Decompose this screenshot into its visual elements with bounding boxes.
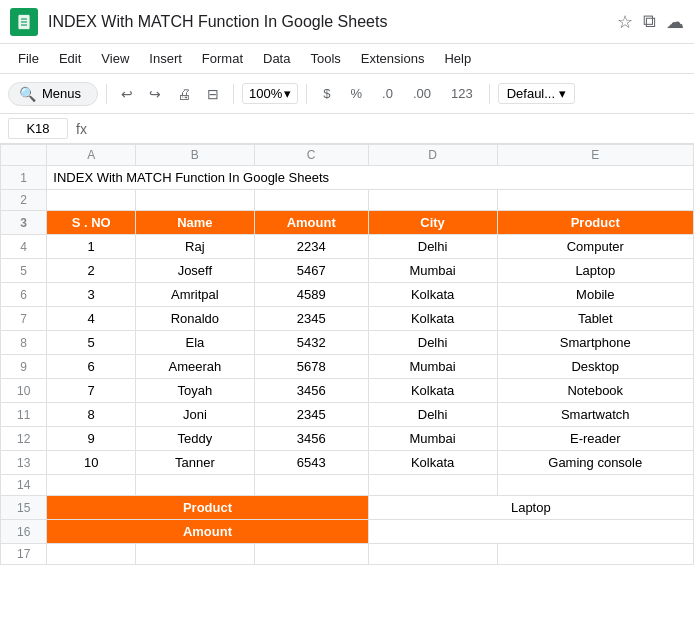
menu-insert[interactable]: Insert <box>141 48 190 69</box>
cell-d17[interactable] <box>368 544 497 565</box>
menu-edit[interactable]: Edit <box>51 48 89 69</box>
cell-c14[interactable] <box>254 475 368 496</box>
header-amount[interactable]: Amount <box>254 211 368 235</box>
cell-sno[interactable]: 10 <box>47 451 136 475</box>
cell-name[interactable]: Tanner <box>135 451 254 475</box>
menu-file[interactable]: File <box>10 48 47 69</box>
menu-tools[interactable]: Tools <box>302 48 348 69</box>
cell-sno[interactable]: 3 <box>47 283 136 307</box>
cell-product[interactable]: Computer <box>497 235 693 259</box>
cell-name[interactable]: Ameerah <box>135 355 254 379</box>
cell-sno[interactable]: 5 <box>47 331 136 355</box>
cell-d14[interactable] <box>368 475 497 496</box>
cell-product[interactable]: Desktop <box>497 355 693 379</box>
number-format[interactable]: 123 <box>443 83 481 104</box>
header-product[interactable]: Product <box>497 211 693 235</box>
cell-b2[interactable] <box>135 190 254 211</box>
col-header-a[interactable]: A <box>47 145 136 166</box>
cell-name[interactable]: Toyah <box>135 379 254 403</box>
star-icon[interactable]: ☆ <box>617 11 633 33</box>
cell-sno[interactable]: 7 <box>47 379 136 403</box>
header-city[interactable]: City <box>368 211 497 235</box>
header-sno[interactable]: S . NO <box>47 211 136 235</box>
cell-amount[interactable]: 3456 <box>254 379 368 403</box>
header-name[interactable]: Name <box>135 211 254 235</box>
col-header-d[interactable]: D <box>368 145 497 166</box>
cloud-icon[interactable]: ☁ <box>666 11 684 33</box>
cell-city[interactable]: Mumbai <box>368 427 497 451</box>
cell-sno[interactable]: 4 <box>47 307 136 331</box>
col-header-c[interactable]: C <box>254 145 368 166</box>
cell-product[interactable]: Smartphone <box>497 331 693 355</box>
cell-b17[interactable] <box>135 544 254 565</box>
cell-b14[interactable] <box>135 475 254 496</box>
cell-amount[interactable]: 2234 <box>254 235 368 259</box>
cell-e17[interactable] <box>497 544 693 565</box>
cell-product[interactable]: Laptop <box>497 259 693 283</box>
cell-a17[interactable] <box>47 544 136 565</box>
print-button[interactable]: 🖨 <box>171 83 197 105</box>
cell-amount[interactable]: 3456 <box>254 427 368 451</box>
copy-icon[interactable]: ⧉ <box>643 11 656 33</box>
cell-amount[interactable]: 5678 <box>254 355 368 379</box>
cell-city[interactable]: Delhi <box>368 235 497 259</box>
col-header-e[interactable]: E <box>497 145 693 166</box>
cell-amount[interactable]: 5432 <box>254 331 368 355</box>
menu-format[interactable]: Format <box>194 48 251 69</box>
cell-city[interactable]: Mumbai <box>368 355 497 379</box>
cell-amount[interactable]: 5467 <box>254 259 368 283</box>
amount-label-cell[interactable]: Amount <box>47 520 368 544</box>
cell-c2[interactable] <box>254 190 368 211</box>
cell-c17[interactable] <box>254 544 368 565</box>
cell-city[interactable]: Delhi <box>368 331 497 355</box>
product-value-cell[interactable]: Laptop <box>368 496 693 520</box>
cell-product[interactable]: Mobile <box>497 283 693 307</box>
cell-amount[interactable]: 2345 <box>254 403 368 427</box>
cell-product[interactable]: Smartwatch <box>497 403 693 427</box>
cell-product[interactable]: Notebook <box>497 379 693 403</box>
cell-reference[interactable]: K18 <box>8 118 68 139</box>
menu-data[interactable]: Data <box>255 48 298 69</box>
currency-button[interactable]: $ <box>315 83 338 104</box>
cell-name[interactable]: Ronaldo <box>135 307 254 331</box>
cell-sno[interactable]: 2 <box>47 259 136 283</box>
cell-name[interactable]: Joni <box>135 403 254 427</box>
cell-sno[interactable]: 8 <box>47 403 136 427</box>
cell-e2[interactable] <box>497 190 693 211</box>
cell-sno[interactable]: 9 <box>47 427 136 451</box>
cell-e14[interactable] <box>497 475 693 496</box>
cell-product[interactable]: Gaming console <box>497 451 693 475</box>
cell-name[interactable]: Raj <box>135 235 254 259</box>
cell-a2[interactable] <box>47 190 136 211</box>
product-label-cell[interactable]: Product <box>47 496 368 520</box>
percent-button[interactable]: % <box>342 83 370 104</box>
cell-name[interactable]: Joseff <box>135 259 254 283</box>
cell-name[interactable]: Teddy <box>135 427 254 451</box>
title-cell[interactable]: INDEX With MATCH Function In Google Shee… <box>47 166 694 190</box>
cell-amount[interactable]: 6543 <box>254 451 368 475</box>
cell-city[interactable]: Mumbai <box>368 259 497 283</box>
menu-extensions[interactable]: Extensions <box>353 48 433 69</box>
cell-city[interactable]: Kolkata <box>368 451 497 475</box>
decimal-decrease[interactable]: .0 <box>374 83 401 104</box>
paint-format-button[interactable]: ⊟ <box>201 83 225 105</box>
cell-amount[interactable]: 4589 <box>254 283 368 307</box>
cell-sno[interactable]: 6 <box>47 355 136 379</box>
cell-city[interactable]: Delhi <box>368 403 497 427</box>
decimal-increase[interactable]: .00 <box>405 83 439 104</box>
undo-button[interactable]: ↩ <box>115 83 139 105</box>
redo-button[interactable]: ↪ <box>143 83 167 105</box>
cell-name[interactable]: Amritpal <box>135 283 254 307</box>
menu-view[interactable]: View <box>93 48 137 69</box>
cell-city[interactable]: Kolkata <box>368 379 497 403</box>
cell-amount[interactable]: 2345 <box>254 307 368 331</box>
cell-d2[interactable] <box>368 190 497 211</box>
search-box[interactable]: 🔍 Menus <box>8 82 98 106</box>
cell-city[interactable]: Kolkata <box>368 307 497 331</box>
menu-help[interactable]: Help <box>436 48 479 69</box>
cell-product[interactable]: E-reader <box>497 427 693 451</box>
cell-a14[interactable] <box>47 475 136 496</box>
cell-city[interactable]: Kolkata <box>368 283 497 307</box>
amount-value-cell[interactable] <box>368 520 693 544</box>
cell-product[interactable]: Tablet <box>497 307 693 331</box>
